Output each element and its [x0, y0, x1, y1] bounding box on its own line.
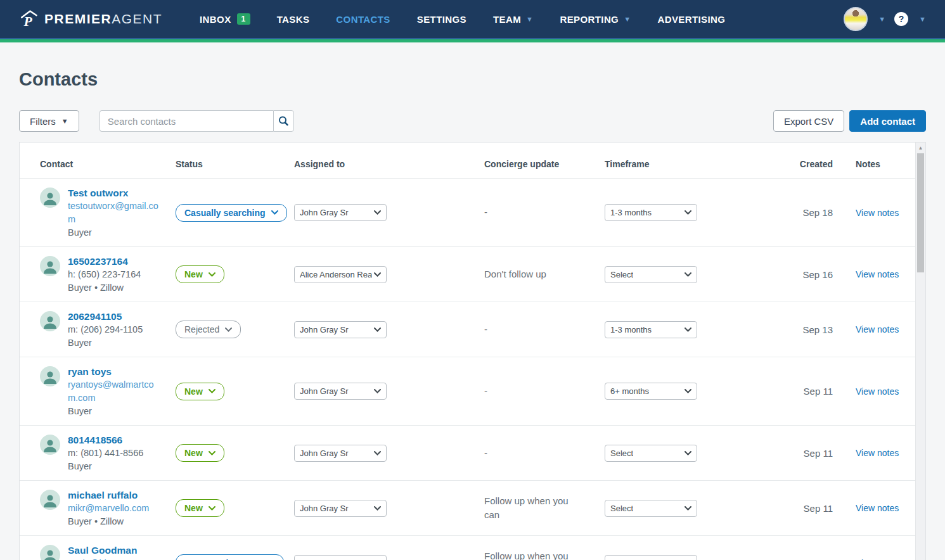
search-button[interactable] — [273, 110, 294, 132]
timeframe-select[interactable]: Select — [605, 445, 697, 462]
timeframe-select-value: 6+ months — [610, 386, 649, 396]
assigned-select[interactable]: John Gray Sr — [294, 321, 387, 338]
svg-text:P: P — [23, 14, 33, 29]
nav-item-team[interactable]: TEAM ▼ — [480, 0, 546, 38]
nav-item-label: INBOX — [200, 14, 231, 25]
status-pill[interactable]: Attempted contact — [176, 554, 284, 560]
nav-item-settings[interactable]: SETTINGS — [404, 0, 480, 38]
contact-name[interactable]: Test outworx — [68, 188, 163, 199]
contact-info: 8014418566 m: (801) 441-8566 Buyer — [68, 435, 163, 471]
inbox-count-badge: 1 — [237, 13, 250, 25]
contact-line2[interactable]: saulg@hhm.org — [68, 557, 163, 560]
nav-item-label: ADVERTISING — [657, 14, 725, 25]
timeframe-select-value: 1-3 months — [610, 208, 652, 217]
timeframe-cell: Select — [605, 445, 763, 462]
status-label: New — [184, 448, 203, 458]
nav-item-label: TEAM — [493, 14, 521, 25]
toolbar-actions: Export CSV Add contact — [773, 110, 926, 132]
contact-avatar — [40, 490, 60, 510]
timeframe-cell: Select — [605, 266, 763, 283]
person-icon — [40, 311, 60, 331]
assigned-select-value: John Gray Sr — [300, 449, 349, 458]
add-contact-button[interactable]: Add contact — [849, 110, 926, 132]
status-label: New — [184, 503, 203, 513]
nav-item-reporting[interactable]: REPORTING ▼ — [546, 0, 644, 38]
contact-name[interactable]: 16502237164 — [68, 256, 163, 267]
timeframe-select[interactable]: 6+ months — [605, 383, 697, 400]
contact-info: Test outworx testoutworx@gmail.com Buyer — [68, 188, 163, 238]
contact-line2[interactable]: mikr@marvello.com — [68, 502, 163, 515]
contact-line2[interactable]: testoutworx@gmail.com — [68, 200, 163, 226]
assigned-select-value: John Gray Sr — [300, 504, 349, 513]
created-date: Sep 11 — [763, 503, 833, 514]
contact-name[interactable]: Saul Goodman — [68, 545, 163, 556]
filters-button[interactable]: Filters ▼ — [19, 110, 79, 132]
contact-avatar — [40, 366, 60, 386]
help-icon[interactable]: ? — [894, 12, 908, 26]
table-header-row: Contact Status Assigned to Concierge upd… — [20, 143, 925, 179]
search-input[interactable] — [100, 110, 273, 132]
scroll-up-icon[interactable]: ▲ — [916, 143, 925, 153]
table-scrollbar[interactable]: ▲ — [915, 143, 925, 560]
chevron-down-icon — [374, 451, 381, 455]
status-pill[interactable]: New — [176, 383, 224, 400]
timeframe-select[interactable]: Select — [605, 266, 697, 283]
assigned-select[interactable]: John Gray Sr — [294, 445, 387, 462]
assigned-select-value: John Gray Sr — [300, 325, 349, 334]
assigned-select-value: Alice Anderson Rea — [300, 270, 372, 279]
assigned-cell: John Gray Sr — [294, 204, 484, 221]
view-notes-link[interactable]: View notes — [856, 324, 899, 334]
export-csv-button[interactable]: Export CSV — [773, 110, 844, 132]
assigned-select[interactable]: John Gray Sr — [294, 383, 387, 400]
timeframe-select[interactable]: 1-3 months — [605, 204, 697, 221]
chevron-down-icon — [374, 210, 381, 215]
timeframe-select[interactable]: Select — [605, 500, 697, 517]
help-menu[interactable]: ? ▼ — [894, 12, 926, 26]
logo-icon: P — [19, 10, 38, 29]
nav-item-advertising[interactable]: ADVERTISING — [644, 0, 738, 38]
contact-name[interactable]: ryan toys — [68, 366, 163, 378]
contact-name[interactable]: michael ruffalo — [68, 490, 163, 501]
nav-accent-bar — [0, 38, 945, 42]
nav-item-contacts[interactable]: CONTACTS — [323, 0, 403, 38]
notes-cell: View notes — [833, 502, 899, 514]
scrollbar-thumb[interactable] — [917, 153, 924, 272]
nav-item-inbox[interactable]: INBOX 1 — [186, 0, 264, 38]
contact-cell: 2062941105 m: (206) 294-1105 Buyer — [40, 311, 176, 348]
timeframe-select[interactable]: Select — [605, 555, 697, 560]
account-menu[interactable]: ▼ — [844, 7, 885, 31]
chevron-down-icon — [374, 506, 381, 511]
timeframe-select[interactable]: 1-3 months — [605, 321, 697, 338]
status-pill[interactable]: New — [176, 499, 224, 517]
timeframe-select-value: Select — [610, 270, 633, 279]
assigned-select[interactable]: John Gray Sr — [294, 555, 387, 560]
filters-label: Filters — [30, 116, 56, 127]
contact-cell: Test outworx testoutworx@gmail.com Buyer — [40, 188, 176, 238]
nav-item-tasks[interactable]: TASKS — [264, 0, 323, 38]
contact-meta: Buyer — [68, 338, 163, 348]
view-notes-link[interactable]: View notes — [856, 503, 899, 513]
status-pill[interactable]: Casually searching — [176, 204, 287, 222]
view-notes-link[interactable]: View notes — [856, 386, 899, 397]
premier-agent-logo[interactable]: P PREMIERAGENT — [19, 10, 162, 29]
view-notes-link[interactable]: View notes — [856, 208, 899, 218]
table-row: Saul Goodman saulg@hhm.org Buyer • Zillo… — [20, 536, 925, 560]
assigned-select[interactable]: John Gray Sr — [294, 204, 387, 221]
contact-line2[interactable]: ryantoys@walmartcom.com — [68, 378, 163, 405]
status-pill[interactable]: Rejected — [176, 321, 241, 338]
timeframe-select-value: 1-3 months — [610, 325, 652, 334]
status-pill[interactable]: New — [176, 444, 224, 462]
user-avatar[interactable] — [844, 7, 868, 31]
assigned-select[interactable]: John Gray Sr — [294, 500, 387, 517]
col-header-contact: Contact — [40, 159, 176, 169]
chevron-down-icon: ▼ — [61, 117, 68, 125]
contacts-rows: Test outworx testoutworx@gmail.com Buyer… — [20, 179, 925, 560]
contact-name[interactable]: 8014418566 — [68, 435, 163, 446]
contacts-table-card: Contact Status Assigned to Concierge upd… — [19, 142, 926, 560]
timeframe-cell: 1-3 months — [605, 321, 763, 338]
assigned-select[interactable]: Alice Anderson Rea — [294, 266, 387, 283]
view-notes-link[interactable]: View notes — [856, 448, 899, 458]
contact-name[interactable]: 2062941105 — [68, 311, 163, 322]
view-notes-link[interactable]: View notes — [856, 269, 899, 279]
status-pill[interactable]: New — [176, 265, 224, 283]
